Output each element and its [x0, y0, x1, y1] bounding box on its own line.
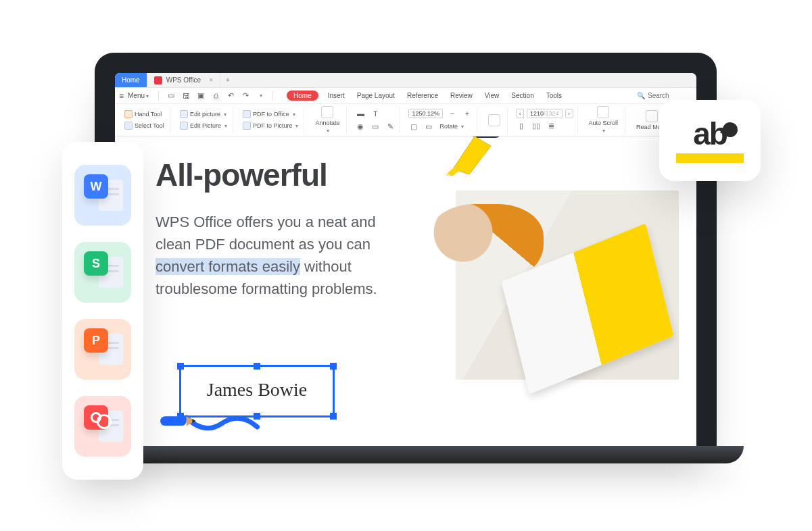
open-icon[interactable]: ▭ — [166, 91, 176, 101]
undo-icon[interactable]: ↶ — [225, 91, 236, 101]
ribbon-tab-insert[interactable]: Insert — [325, 91, 348, 101]
ribbon-tab-view[interactable]: View — [482, 91, 502, 101]
continuous-icon[interactable]: ≣ — [546, 120, 556, 131]
body-pre: WPS Office offers you a neat and clean P… — [156, 213, 376, 253]
file-icon-presentation[interactable]: P — [74, 319, 131, 380]
pdf-to-picture-button[interactable]: PDF to Picture — [241, 121, 300, 130]
presentation-badge: P — [84, 328, 108, 353]
search-icon: 🔍 — [637, 92, 645, 99]
annotate-icon — [321, 106, 333, 118]
clip-button[interactable] — [485, 114, 503, 126]
photo-book — [456, 191, 679, 380]
search-box[interactable]: 🔍 — [633, 91, 692, 101]
annotate-button[interactable]: Annotate — [312, 106, 342, 134]
scroll-icon — [597, 106, 609, 118]
quick-access-toolbar: ▭ 🖫 ▣ ⎙ ↶ ↷ — [166, 91, 266, 101]
file-icon-spreadsheet[interactable]: S — [74, 242, 131, 303]
pdf-link-icon — [91, 412, 101, 423]
tab-wps-office[interactable]: WPS Office × — [147, 73, 220, 87]
edit-icon — [180, 110, 188, 118]
book-icon — [646, 110, 658, 122]
ribbon-tab-section[interactable]: Section — [508, 91, 536, 101]
fit-width-icon[interactable]: ▭ — [423, 121, 434, 132]
menu-dropdown[interactable]: Menu — [128, 92, 149, 99]
signature-text: James Bowie — [181, 367, 333, 401]
zoom-in-icon[interactable]: + — [462, 108, 473, 119]
resize-handle-tl[interactable] — [177, 363, 184, 370]
zoom-out-icon[interactable]: − — [447, 108, 458, 119]
ribbon-tab-review[interactable]: Review — [448, 91, 475, 101]
tab-close-icon[interactable]: × — [209, 76, 213, 84]
highlight-icon[interactable]: ▬ — [355, 108, 366, 119]
image-icon — [243, 122, 251, 130]
auto-scroll-button[interactable]: Auto Scroll — [586, 106, 621, 134]
page-prev-button[interactable]: ‹ — [516, 109, 524, 118]
word-badge: W — [84, 174, 108, 199]
pdf-badge — [84, 405, 108, 430]
file-types-card: W S P — [62, 142, 143, 480]
rotate-button[interactable]: Rotate — [438, 122, 465, 130]
ribbon-tab-page-layout[interactable]: Page Layout — [354, 91, 398, 101]
group-annotate: Annotate — [308, 107, 347, 133]
headline-rest: ful — [291, 157, 327, 193]
resize-handle-tr[interactable] — [330, 363, 337, 370]
resize-handle-bl[interactable] — [177, 413, 184, 420]
group-selection-tools: Hand Tool Select Tool — [119, 107, 170, 133]
group-convert: PDF to Office PDF to Picture — [237, 107, 305, 133]
file-icon-word[interactable]: W — [74, 165, 131, 226]
wps-app-icon — [154, 76, 162, 84]
save-icon[interactable]: 🖫 — [181, 91, 191, 101]
shape-icon[interactable]: ▭ — [370, 121, 381, 132]
edit-icon — [180, 122, 188, 130]
tab-home[interactable]: Home — [115, 73, 147, 87]
ab-text-card: ab — [659, 100, 761, 181]
body-text: WPS Office offers you a neat and clean P… — [156, 211, 379, 300]
resize-handle-br[interactable] — [330, 413, 337, 420]
hamburger-icon[interactable]: ≡ — [119, 91, 124, 101]
hand-icon — [124, 110, 133, 118]
svg-marker-2 — [448, 166, 460, 176]
convert-icon — [243, 110, 251, 118]
group-annotate-small: ▬ T ◉ ▭ ✎ — [351, 107, 400, 133]
text-icon[interactable]: T — [370, 108, 381, 119]
print-preview-icon[interactable]: ▣ — [195, 91, 206, 101]
highlighter-icon — [439, 136, 521, 176]
window-tabstrip: Home WPS Office × + — [115, 73, 696, 88]
ribbon-toolbar: Hand Tool Select Tool Edit picture Edit … — [115, 104, 696, 136]
ribbon-tab-tools[interactable]: Tools — [544, 91, 565, 101]
edit-picture-button-2[interactable]: Edit Picture — [178, 121, 229, 130]
body-selected: convert formats easily — [156, 258, 300, 275]
page-indicator[interactable]: 1210 /1324 — [527, 109, 563, 118]
stamp-icon[interactable]: ◉ — [355, 121, 366, 132]
signature-selection[interactable]: James Bowie — [179, 365, 335, 418]
cursor-icon — [124, 122, 133, 130]
tab-wps-label: WPS Office — [166, 76, 201, 84]
redo-icon[interactable]: ↷ — [240, 91, 251, 101]
qat-more-icon[interactable] — [255, 91, 266, 101]
search-input[interactable] — [648, 92, 688, 99]
headline-highlighted: All-power — [156, 157, 291, 193]
resize-handle-tm[interactable] — [254, 363, 260, 370]
pdf-to-office-button[interactable]: PDF to Office — [241, 109, 300, 119]
page-current: 1210 — [530, 110, 544, 117]
group-autoscroll: Auto Scroll — [582, 107, 626, 133]
single-page-icon[interactable]: ▯ — [516, 120, 527, 131]
zoom-value[interactable]: 1250.12% — [408, 109, 443, 118]
fit-page-icon[interactable]: ▢ — [408, 121, 419, 132]
hand-tool-button[interactable]: Hand Tool — [123, 109, 166, 119]
edit-picture-button-1[interactable]: Edit picture — [178, 109, 229, 119]
menu-bar: ≡ Menu ▭ 🖫 ▣ ⎙ ↶ ↷ Home Insert Page Layo… — [115, 88, 696, 104]
tab-add-button[interactable]: + — [220, 73, 235, 87]
ribbon-tab-home[interactable]: Home — [287, 91, 318, 101]
ribbon-tabs: Home Insert Page Layout Reference Review… — [287, 91, 565, 101]
print-icon[interactable]: ⎙ — [210, 91, 221, 101]
select-tool-button[interactable]: Select Tool — [123, 121, 166, 130]
draw-icon[interactable]: ✎ — [385, 121, 396, 132]
resize-handle-bm[interactable] — [254, 413, 260, 420]
group-edit-picture: Edit picture Edit Picture — [174, 107, 233, 133]
file-icon-pdf[interactable] — [74, 396, 131, 457]
page-next-button[interactable]: › — [565, 109, 573, 118]
two-page-icon[interactable]: ▯▯ — [531, 120, 542, 131]
ribbon-tab-reference[interactable]: Reference — [404, 91, 441, 101]
plus-icon: + — [226, 76, 230, 84]
